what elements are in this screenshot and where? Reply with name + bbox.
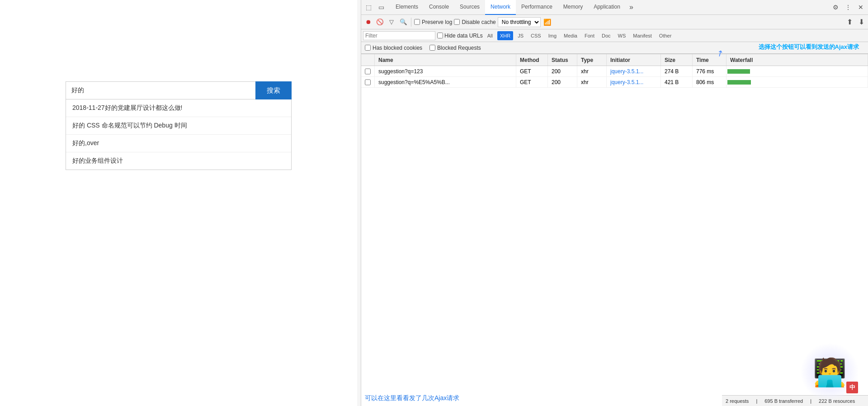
search-button[interactable]: 搜索 — [255, 81, 292, 99]
row-time-1: 776 ms — [693, 66, 726, 76]
devtools-blocked-bar: Has blocked cookies Blocked Requests 选择这… — [361, 42, 868, 54]
blocked-requests-checkbox[interactable] — [429, 45, 435, 51]
annotation-text: 选择这个按钮可以看到发送的Ajax请求 — [759, 43, 859, 51]
row-waterfall-2 — [726, 77, 868, 87]
status-transferred: 695 B transferred — [764, 398, 803, 404]
search-container: 搜索 — [66, 81, 292, 99]
row-method-2: GET — [516, 77, 548, 87]
table-row[interactable]: suggestion?q=%E5%A5%B... GET 200 xhr jqu… — [361, 77, 868, 88]
table-row[interactable]: suggestion?q=123 GET 200 xhr jquery-3.5.… — [361, 66, 868, 77]
tab-elements[interactable]: Elements — [390, 0, 424, 15]
record-button[interactable]: ⏺ — [363, 17, 373, 27]
th-initiator[interactable]: Initiator — [607, 54, 661, 66]
settings-icon[interactable]: ⚙ — [830, 2, 841, 13]
filter-type-js[interactable]: JS — [515, 31, 526, 40]
filter-type-ws[interactable]: WS — [615, 31, 629, 40]
row-checkbox-2[interactable] — [365, 79, 371, 85]
tab-icons: ⬚ ▭ — [363, 2, 387, 13]
filter-icon[interactable]: ▽ — [387, 17, 396, 27]
devtools-panel: ⬚ ▭ Elements Console Sources Network Per… — [361, 0, 868, 406]
blocked-requests-text: Blocked Requests — [437, 45, 481, 51]
has-blocked-cookies-label[interactable]: Has blocked cookies — [365, 45, 422, 51]
tab-network[interactable]: Network — [485, 0, 516, 15]
inspect-icon[interactable]: ⬚ — [363, 2, 374, 13]
disable-cache-text: Disable cache — [462, 19, 495, 25]
status-requests: 2 requests — [726, 398, 749, 404]
preserve-log-checkbox[interactable] — [414, 19, 420, 25]
stop-button[interactable]: 🚫 — [375, 17, 385, 27]
filter-type-doc[interactable]: Doc — [599, 31, 613, 40]
tab-performance[interactable]: Performance — [516, 0, 558, 15]
network-table: Name Method Status Type Initiator Size T… — [361, 54, 868, 406]
tab-console[interactable]: Console — [424, 0, 454, 15]
suggestions-list: 2018-11-27好的党建展厅设计都这么做! 好的 CSS 命名规范可以节约 … — [66, 99, 292, 170]
tab-memory[interactable]: Memory — [558, 0, 588, 15]
list-item[interactable]: 2018-11-27好的党建展厅设计都这么做! — [66, 99, 291, 117]
search-button[interactable]: 🔍 — [398, 17, 408, 27]
has-blocked-cookies-text: Has blocked cookies — [373, 45, 422, 51]
filter-type-all[interactable]: All — [485, 31, 495, 40]
filter-type-other[interactable]: Other — [656, 31, 675, 40]
filter-type-img[interactable]: Img — [546, 31, 559, 40]
disable-cache-checkbox[interactable] — [454, 19, 460, 25]
waterfall-bar-1 — [727, 69, 750, 74]
close-icon[interactable]: ✕ — [855, 2, 866, 13]
row-name-2: suggestion?q=%E5%A5%B... — [375, 77, 516, 87]
th-name[interactable]: Name — [375, 54, 516, 66]
tab-application[interactable]: Application — [588, 0, 626, 15]
search-input[interactable] — [66, 81, 255, 99]
preserve-log-text: Preserve log — [422, 19, 452, 25]
row-status-2: 200 — [548, 77, 577, 87]
row-initiator-2: jquery-3.5.1... — [607, 77, 661, 87]
tab-more-icon[interactable]: » — [627, 3, 636, 11]
filter-type-css[interactable]: CSS — [528, 31, 544, 40]
list-item[interactable]: 好的,over — [66, 135, 291, 152]
more-options-icon[interactable]: ⋮ — [843, 2, 854, 13]
filter-type-font[interactable]: Font — [582, 31, 597, 40]
row-type-2: xhr — [577, 77, 607, 87]
row-select-1 — [361, 66, 375, 76]
tab-sources[interactable]: Sources — [454, 0, 485, 15]
th-status[interactable]: Status — [548, 54, 577, 66]
filter-type-xhr[interactable]: XHR — [497, 31, 513, 40]
row-status-1: 200 — [548, 66, 577, 76]
row-name-1: suggestion?q=123 — [375, 66, 516, 76]
throttle-select[interactable]: No throttling Fast 3G Slow 3G Offline — [498, 17, 541, 27]
th-size[interactable]: Size — [661, 54, 693, 66]
status-separator-1: | — [756, 398, 757, 404]
hide-data-urls-text: Hide data URLs — [444, 33, 483, 39]
table-header: Name Method Status Type Initiator Size T… — [361, 54, 868, 66]
filter-input[interactable] — [363, 31, 435, 40]
tab-settings-area: ⚙ ⋮ ✕ — [830, 2, 866, 13]
th-waterfall[interactable]: Waterfall — [726, 54, 868, 66]
upload-icon[interactable]: ⬆ — [844, 17, 854, 27]
th-method[interactable]: Method — [516, 54, 548, 66]
wifi-icon[interactable]: 📶 — [542, 17, 552, 27]
device-icon[interactable]: ▭ — [376, 2, 387, 13]
has-blocked-cookies-checkbox[interactable] — [365, 45, 371, 51]
list-item[interactable]: 好的业务组件设计 — [66, 152, 291, 170]
waterfall-bar-2 — [727, 80, 751, 85]
blocked-requests-label[interactable]: Blocked Requests — [429, 45, 481, 51]
hide-data-urls-label[interactable]: Hide data URLs — [437, 33, 483, 39]
row-time-2: 806 ms — [693, 77, 726, 87]
page-area: 搜索 2018-11-27好的党建展厅设计都这么做! 好的 CSS 命名规范可以… — [0, 0, 357, 406]
list-item[interactable]: 好的 CSS 命名规范可以节约 Debug 时间 — [66, 117, 291, 135]
row-method-1: GET — [516, 66, 548, 76]
row-checkbox-1[interactable] — [365, 68, 371, 75]
row-size-2: 421 B — [661, 77, 693, 87]
download-icon[interactable]: ⬇ — [856, 17, 866, 27]
row-initiator-1: jquery-3.5.1... — [607, 66, 661, 76]
row-select-2 — [361, 77, 375, 87]
th-type[interactable]: Type — [577, 54, 607, 66]
devtools-toolbar: ⏺ 🚫 ▽ 🔍 Preserve log Disable cache No th… — [361, 15, 868, 29]
row-size-1: 274 B — [661, 66, 693, 76]
disable-cache-label[interactable]: Disable cache — [454, 19, 495, 25]
hide-data-urls-checkbox[interactable] — [437, 33, 443, 38]
th-checkbox — [361, 54, 375, 66]
filter-type-media[interactable]: Media — [561, 31, 580, 40]
row-type-1: xhr — [577, 66, 607, 76]
filter-type-manifest[interactable]: Manifest — [630, 31, 655, 40]
devtools-filter-bar: Hide data URLs All XHR JS CSS Img Media … — [361, 29, 868, 42]
preserve-log-label[interactable]: Preserve log — [414, 19, 452, 25]
